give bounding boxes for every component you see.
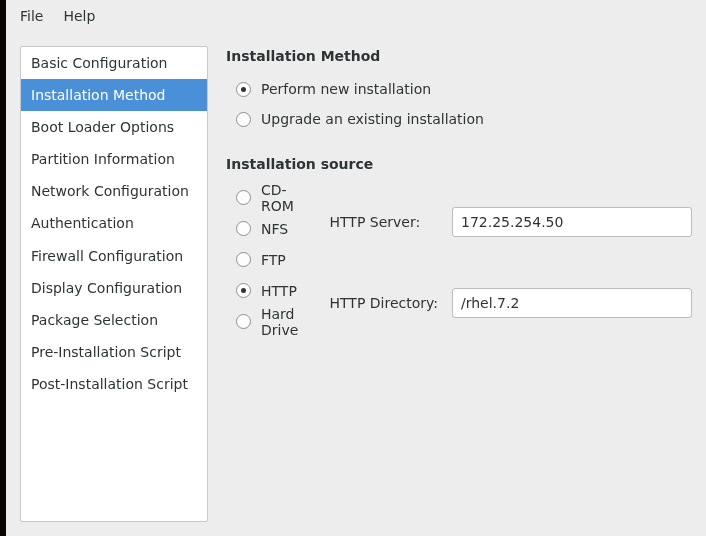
radio-label: Upgrade an existing installation <box>261 111 484 127</box>
http-server-input[interactable] <box>452 207 692 237</box>
sidebar-item-firewall-configuration[interactable]: Firewall Configuration <box>21 240 207 272</box>
radio-icon <box>236 190 251 205</box>
radio-ftp[interactable]: FTP <box>236 244 314 275</box>
radio-nfs[interactable]: NFS <box>236 213 314 244</box>
sidebar-item-basic-configuration[interactable]: Basic Configuration <box>21 47 207 79</box>
radio-icon <box>236 82 251 97</box>
radio-label: NFS <box>261 221 288 237</box>
content-area: Basic Configuration Installation Method … <box>6 32 706 536</box>
radio-upgrade-existing-installation[interactable]: Upgrade an existing installation <box>236 104 692 134</box>
radio-label: HTTP <box>261 283 297 299</box>
main-panel: Installation Method Perform new installa… <box>226 46 692 522</box>
radio-icon <box>236 283 251 298</box>
installation-source-radios: CD-ROM NFS FTP HTTP <box>236 182 314 337</box>
sidebar-item-post-installation-script[interactable]: Post-Installation Script <box>21 368 207 400</box>
sidebar-item-partition-information[interactable]: Partition Information <box>21 143 207 175</box>
radio-http[interactable]: HTTP <box>236 275 314 306</box>
radio-label: Hard Drive <box>261 306 314 338</box>
http-server-label: HTTP Server: <box>330 214 439 230</box>
radio-hard-drive[interactable]: Hard Drive <box>236 306 314 337</box>
sidebar-item-network-configuration[interactable]: Network Configuration <box>21 175 207 207</box>
http-directory-label: HTTP Directory: <box>330 295 439 311</box>
window: File Help Basic Configuration Installati… <box>0 0 706 536</box>
radio-icon <box>236 252 251 267</box>
http-fields: HTTP Server: HTTP Directory: <box>330 182 693 337</box>
installation-method-radios: Perform new installation Upgrade an exis… <box>236 74 692 134</box>
sidebar: Basic Configuration Installation Method … <box>20 46 208 522</box>
radio-icon <box>236 314 251 329</box>
radio-icon <box>236 112 251 127</box>
radio-icon <box>236 221 251 236</box>
sidebar-item-package-selection[interactable]: Package Selection <box>21 304 207 336</box>
installation-source-block: CD-ROM NFS FTP HTTP <box>236 182 692 337</box>
radio-cd-rom[interactable]: CD-ROM <box>236 182 314 213</box>
sidebar-item-display-configuration[interactable]: Display Configuration <box>21 272 207 304</box>
radio-label: CD-ROM <box>261 182 314 214</box>
menu-file[interactable]: File <box>12 4 51 28</box>
http-directory-input[interactable] <box>452 288 692 318</box>
sidebar-item-boot-loader-options[interactable]: Boot Loader Options <box>21 111 207 143</box>
installation-method-heading: Installation Method <box>226 48 692 64</box>
radio-perform-new-installation[interactable]: Perform new installation <box>236 74 692 104</box>
sidebar-item-authentication[interactable]: Authentication <box>21 207 207 239</box>
menubar: File Help <box>6 0 706 32</box>
radio-label: Perform new installation <box>261 81 431 97</box>
installation-source-heading: Installation source <box>226 156 692 172</box>
sidebar-item-pre-installation-script[interactable]: Pre-Installation Script <box>21 336 207 368</box>
radio-label: FTP <box>261 252 286 268</box>
sidebar-item-installation-method[interactable]: Installation Method <box>21 79 207 111</box>
menu-help[interactable]: Help <box>55 4 103 28</box>
